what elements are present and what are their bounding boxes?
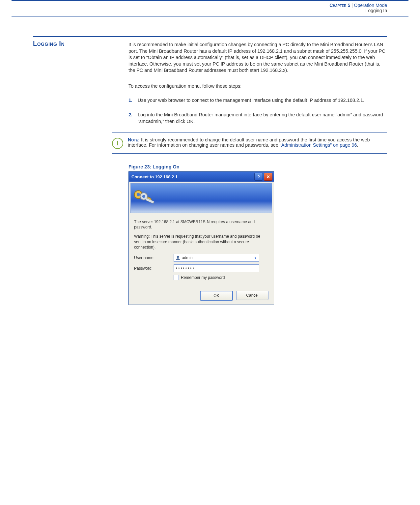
dialog-banner bbox=[130, 183, 272, 213]
step-number: 2. bbox=[128, 112, 138, 125]
header-separator: | bbox=[351, 3, 353, 8]
step-2: 2. Log into the Mini Broadband Router ma… bbox=[128, 112, 387, 125]
ok-button[interactable]: OK bbox=[200, 291, 233, 301]
page-header: Chapter 5 | Operation Mode Logging In bbox=[0, 1, 420, 15]
dialog-message-2: Warning: This server is requesting that … bbox=[134, 234, 268, 250]
header-rule bbox=[12, 16, 408, 16]
username-value: admin bbox=[182, 255, 252, 260]
username-label: User name: bbox=[134, 255, 174, 260]
step-number: 1. bbox=[128, 97, 138, 104]
svg-point-7 bbox=[177, 256, 179, 258]
user-icon bbox=[175, 255, 181, 260]
keys-icon bbox=[133, 185, 159, 211]
close-button[interactable]: ✕ bbox=[264, 173, 272, 181]
info-icon: i bbox=[112, 138, 123, 149]
note-block: i Note: It is strongly recommended to ch… bbox=[112, 133, 387, 154]
login-dialog: Connect to 192.168.2.1 ? ✕ bbox=[128, 171, 274, 305]
chevron-down-icon[interactable]: ▾ bbox=[252, 256, 258, 260]
note-body-after: . bbox=[357, 142, 358, 148]
admin-settings-link[interactable]: “Administration Settings” on page 96 bbox=[280, 142, 357, 148]
dialog-title: Connect to 192.168.2.1 bbox=[131, 174, 178, 179]
steps-intro: To access the configuration menu, follow… bbox=[128, 83, 387, 90]
intro-paragraph: It is recommended to make initial config… bbox=[128, 42, 387, 74]
username-input[interactable]: admin ▾ bbox=[174, 254, 259, 262]
note-text: Note: It is strongly recommended to chan… bbox=[128, 137, 387, 148]
chapter-title: Operation Mode bbox=[354, 3, 387, 8]
dialog-titlebar: Connect to 192.168.2.1 ? ✕ bbox=[129, 172, 274, 182]
password-value: •••••••• bbox=[176, 266, 195, 271]
step-1: 1. Use your web browser to connect to th… bbox=[128, 97, 387, 104]
password-input[interactable]: •••••••• bbox=[174, 264, 259, 272]
remember-password-checkbox[interactable] bbox=[174, 275, 179, 280]
chapter-label: Chapter 5 bbox=[329, 3, 350, 8]
step-text: Use your web browser to connect to the m… bbox=[138, 97, 387, 104]
note-label: Note: bbox=[128, 137, 140, 142]
figure-caption: Figure 23: Logging On bbox=[128, 164, 387, 169]
help-button[interactable]: ? bbox=[254, 173, 263, 181]
remember-password-label: Remember my password bbox=[181, 275, 225, 280]
dialog-message-1: The server 192.168.2.1 at SMCWBR11S-N re… bbox=[134, 219, 268, 230]
cancel-button[interactable]: Cancel bbox=[236, 291, 268, 300]
password-label: Password: bbox=[134, 266, 174, 271]
chapter-subtitle: Logging In bbox=[0, 8, 387, 13]
step-text: Log into the Mini Broadband Router manag… bbox=[138, 112, 387, 125]
section-rule bbox=[33, 36, 387, 37]
